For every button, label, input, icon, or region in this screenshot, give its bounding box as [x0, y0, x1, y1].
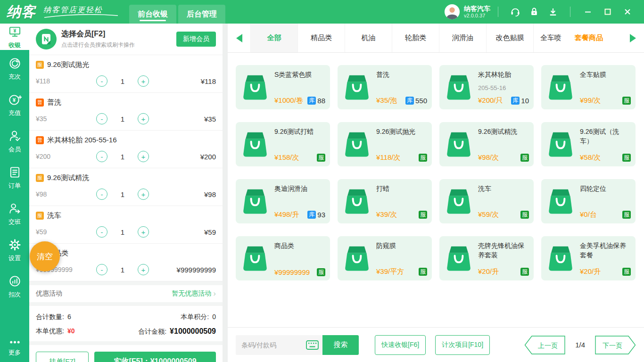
item-type-badge: 服 [36, 61, 44, 69]
decrease-qty-button[interactable]: - [96, 113, 107, 124]
tab-engine-oil[interactable]: 机油 [345, 24, 392, 52]
member-icon [8, 130, 21, 144]
order-discount: 本单优惠:¥0 [36, 327, 74, 336]
minimize-icon[interactable] [581, 5, 595, 19]
product-card[interactable]: 金美孚机油保养套餐 ¥20/升 服 [541, 236, 636, 280]
tab-boutique[interactable]: 精品类 [297, 24, 345, 52]
product-card[interactable]: 商品类 ¥99999999 服 [236, 236, 330, 280]
keyboard-icon[interactable] [306, 340, 319, 352]
sidebar-item-recharge[interactable]: ¥充值 [0, 86, 29, 123]
increase-qty-button[interactable]: + [138, 189, 149, 200]
clear-cart-button[interactable]: 清空 [30, 241, 60, 272]
sidebar-item-label: 交班 [8, 219, 21, 225]
top-header: 纳客 纳客管店更轻松 前台收银 后台管理 纳客汽车 v2.0.0.37 [0, 0, 644, 24]
tab-tires[interactable]: 轮胎类 [392, 24, 439, 52]
lock-icon[interactable] [527, 5, 541, 19]
decrease-qty-button[interactable]: - [96, 226, 107, 238]
item-total: ¥200 [200, 153, 216, 161]
sidebar-item-orders[interactable]: 订单 [0, 159, 29, 195]
increase-qty-button[interactable]: + [138, 264, 149, 275]
item-type-badge: 服 [36, 174, 44, 182]
member-select-row[interactable]: 选择会员[F2] 点击进行会员搜索或刷卡操作 新增会员 [29, 24, 223, 55]
item-unit-price: ¥200 [36, 153, 96, 160]
pay-button[interactable]: 实收[F5]：¥1000000509 [94, 352, 216, 362]
product-card[interactable]: 四轮定位 ¥0/台 服 [541, 179, 636, 223]
count-item-button[interactable]: 计次项目[F10] [435, 335, 490, 355]
product-tag-badge: 服 [520, 268, 529, 276]
customer-service-icon[interactable] [508, 5, 522, 19]
product-card[interactable]: 9.26测试打蜡 ¥158/次 服 [236, 122, 330, 166]
decrease-qty-button[interactable]: - [96, 189, 107, 200]
product-name: S类蓝紫色膜 [274, 70, 325, 79]
decrease-qty-button[interactable]: - [96, 151, 107, 162]
chevron-right-icon: › [213, 289, 216, 298]
product-card[interactable]: 普洗 ¥35/泡 库 550 [338, 65, 432, 109]
sidebar-item-cashier[interactable]: ¥收银 [0, 24, 29, 50]
shopping-bag-icon [541, 179, 580, 223]
sidebar-item-recharge-times[interactable]: 充次 [0, 50, 29, 86]
cart-item-row: 服 洗车 ¥59 - 1 + ¥59 [29, 206, 223, 244]
product-tag-badge: 服 [622, 97, 631, 105]
category-next-icon[interactable] [621, 24, 644, 52]
product-name: 9.26测试打蜡 [274, 127, 325, 136]
recharge-times-icon [8, 57, 21, 71]
download-icon[interactable] [546, 5, 560, 19]
sidebar-item-more[interactable]: 更多 [0, 332, 29, 362]
next-page-button[interactable]: 下一页 [594, 336, 636, 354]
sidebar-item-label: 充次 [8, 74, 21, 80]
product-card[interactable]: 9.26测试精洗 ¥98/次 服 [439, 122, 534, 166]
product-card[interactable]: 防窥膜 ¥39/平方 服 [338, 236, 432, 280]
category-prev-icon[interactable] [228, 24, 250, 52]
tab-full-spray[interactable]: 全车喷 [533, 24, 564, 52]
product-name: 全车贴膜 [580, 70, 631, 79]
increase-qty-button[interactable]: + [138, 75, 149, 87]
product-card[interactable]: 奥迪润滑油 ¥498/升 库 93 [236, 179, 330, 223]
total-qty: 合计数量:6 [36, 313, 71, 321]
increase-qty-button[interactable]: + [138, 226, 149, 238]
product-price: ¥98/次 [478, 153, 499, 162]
product-card[interactable]: 9.26测试抛光 ¥118/次 服 [338, 122, 432, 166]
increase-qty-button[interactable]: + [138, 151, 149, 162]
close-icon[interactable] [620, 5, 635, 19]
product-card[interactable]: S类蓝紫色膜 ¥1000/卷 库 88 [236, 65, 330, 109]
prev-page-button[interactable]: 上一页 [524, 336, 566, 354]
search-button[interactable]: 搜索 [322, 335, 359, 355]
sidebar-item-deduct-times[interactable]: 扣次 [0, 268, 29, 304]
tab-front-cashier[interactable]: 前台收银 [129, 5, 176, 24]
tab-package[interactable]: 套餐商品 [564, 24, 613, 52]
shopping-bag-icon [338, 236, 376, 280]
item-name: 洗车 [47, 211, 61, 220]
product-card[interactable]: 米其林轮胎 205-55-16 ¥200/只 库 10 [439, 65, 534, 109]
shopping-bag-icon [338, 65, 376, 109]
store-info: 纳客汽车 v2.0.0.37 [464, 5, 490, 19]
add-member-button[interactable]: 新增会员 [176, 32, 216, 47]
cart-panel: 选择会员[F2] 点击进行会员搜索或刷卡操作 新增会员 服 9.26测试抛光 ¥… [29, 24, 223, 362]
product-card[interactable]: 9.26测试（洗车） ¥58/次 服 [541, 122, 636, 166]
decrease-qty-button[interactable]: - [96, 75, 107, 87]
product-card[interactable]: 壳牌先锋机油保养套装 ¥20/升 服 [439, 236, 534, 280]
avatar[interactable] [444, 4, 460, 20]
sidebar-item-member[interactable]: 会员 [0, 123, 29, 159]
product-card[interactable]: 洗车 ¥59/次 服 [439, 179, 534, 223]
tab-all[interactable]: 全部 [250, 24, 297, 52]
quick-cashier-button[interactable]: 快速收银[F6] [375, 335, 426, 355]
hold-order-button[interactable]: 挂单[F7] [36, 352, 89, 362]
tab-back-manage[interactable]: 后台管理 [178, 5, 225, 24]
product-price: ¥20/升 [580, 267, 601, 276]
shopping-bag-icon [439, 179, 478, 223]
item-qty: 1 [112, 77, 133, 85]
member-text: 选择会员[F2] 点击进行会员搜索或刷卡操作 [61, 29, 176, 49]
item-qty: 1 [112, 115, 133, 123]
maximize-icon[interactable] [601, 5, 615, 19]
product-card[interactable]: 全车贴膜 ¥99/次 服 [541, 65, 636, 109]
sidebar-item-shift[interactable]: 交班 [0, 195, 29, 231]
product-card[interactable]: 打蜡 ¥39/次 服 [338, 179, 432, 223]
product-price: ¥498/升 [274, 210, 299, 219]
increase-qty-button[interactable]: + [138, 113, 149, 124]
tab-lubricant[interactable]: 润滑油 [439, 24, 486, 52]
decrease-qty-button[interactable]: - [96, 264, 107, 275]
tab-color-film[interactable]: 改色贴膜 [486, 24, 533, 52]
promo-link[interactable]: 暂无优惠活动 › [172, 289, 216, 298]
sidebar-item-label: 订单 [8, 182, 21, 189]
sidebar-item-settings[interactable]: 设置 [0, 231, 29, 268]
